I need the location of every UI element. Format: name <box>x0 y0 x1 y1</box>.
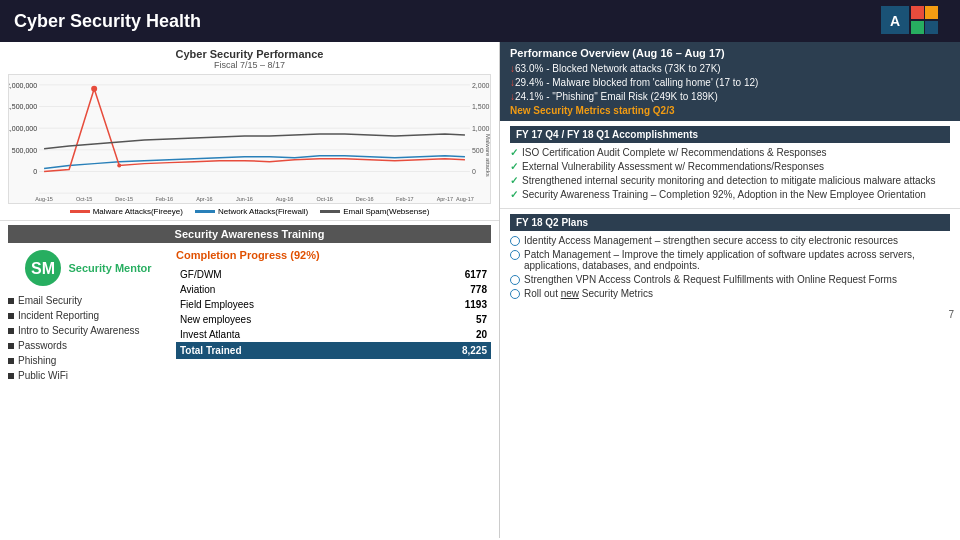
svg-text:Malware attacks: Malware attacks <box>485 134 490 177</box>
completion-section: Completion Progress (92%) GF/DWM 6177 Av… <box>176 249 491 383</box>
perf-item-3: ↓24.1% - "Phishing" Email Risk (249K to … <box>510 91 950 102</box>
q2-plans-section: FY 18 Q2 Plans Identity Access Managemen… <box>500 209 960 307</box>
svg-text:1,500,000: 1,500,000 <box>9 104 37 111</box>
perf-overview-title: Performance Overview (Aug 16 – Aug 17) <box>510 47 950 59</box>
table-row: Invest Atlanta 20 <box>176 327 491 342</box>
q2-plan-item-3: Strengthen VPN Access Controls & Request… <box>510 274 950 285</box>
chart-subtitle: Fiscal 7/15 – 8/17 <box>8 60 491 70</box>
svg-text:Oct-16: Oct-16 <box>316 196 333 202</box>
chart-area: 2,000,000 1,500,000 1,000,000 500,000 0 … <box>8 74 491 204</box>
svg-point-23 <box>117 164 121 168</box>
completion-table: GF/DWM 6177 Aviation 778 Field Employees… <box>176 267 491 359</box>
svg-text:Jun-16: Jun-16 <box>236 196 253 202</box>
legend-email: Email Spam(Websense) <box>320 207 429 216</box>
table-row: Field Employees 1193 <box>176 297 491 312</box>
q2-plan-item-4: Roll out new Security Metrics <box>510 288 950 299</box>
svg-text:Aug-15: Aug-15 <box>35 196 53 202</box>
svg-text:0: 0 <box>472 168 476 175</box>
svg-text:Oct-15: Oct-15 <box>76 196 93 202</box>
svg-rect-4 <box>925 21 938 34</box>
chart-section: Cyber Security Performance Fiscal 7/15 –… <box>0 42 499 221</box>
course-item: Public WiFi <box>8 368 168 383</box>
accomplishments-section: FY 17 Q4 / FY 18 Q1 Accomplishments ✓ IS… <box>500 121 960 209</box>
page-number: 7 <box>500 307 960 322</box>
new-metrics-label: New Security Metrics starting Q2/3 <box>510 105 950 116</box>
course-item: Intro to Security Awareness <box>8 323 168 338</box>
q2-plan-item-1: Identity Access Management – strengthen … <box>510 235 950 246</box>
svg-text:500: 500 <box>472 147 484 154</box>
svg-text:Feb-16: Feb-16 <box>156 196 173 202</box>
security-mentor-logo: SM Security Mentor <box>8 249 168 287</box>
chart-legend: Malware Attacks(Fireeye) Network Attacks… <box>8 207 491 216</box>
accomplishment-item-4: ✓ Security Awareness Training – Completi… <box>510 189 950 200</box>
table-row: GF/DWM 6177 <box>176 267 491 282</box>
svg-text:SM: SM <box>31 260 55 277</box>
table-row: Aviation 778 <box>176 282 491 297</box>
accomplishment-item-2: ✓ External Vulnerability Assessment w/ R… <box>510 161 950 172</box>
accomplishment-item-1: ✓ ISO Certification Audit Complete w/ Re… <box>510 147 950 158</box>
svg-rect-1 <box>911 6 924 19</box>
chart-title: Cyber Security Performance <box>8 48 491 60</box>
svg-text:Dec-15: Dec-15 <box>115 196 133 202</box>
svg-rect-3 <box>911 21 924 34</box>
performance-overview: Performance Overview (Aug 16 – Aug 17) ↓… <box>500 42 960 121</box>
svg-text:Apr-16: Apr-16 <box>196 196 213 202</box>
svg-rect-2 <box>925 6 938 19</box>
main-content: Cyber Security Performance Fiscal 7/15 –… <box>0 42 960 538</box>
aim-logo: A <box>881 6 946 36</box>
accomplishments-title: FY 17 Q4 / FY 18 Q1 Accomplishments <box>510 126 950 143</box>
svg-text:0: 0 <box>33 168 37 175</box>
training-section: Security Awareness Training SM Security … <box>0 221 499 538</box>
svg-text:500,000: 500,000 <box>12 147 37 154</box>
svg-text:Apr-17: Apr-17 <box>437 196 454 202</box>
table-row: New employees 57 <box>176 312 491 327</box>
course-item: Email Security <box>8 293 168 308</box>
training-header: Security Awareness Training <box>8 225 491 243</box>
total-trained-row: Total Trained 8,225 <box>176 342 491 359</box>
course-item: Phishing <box>8 353 168 368</box>
perf-item-2: ↓29.4% - Malware blocked from 'calling h… <box>510 77 950 88</box>
svg-text:2,000: 2,000 <box>472 82 490 89</box>
svg-text:Aug-17: Aug-17 <box>456 196 474 202</box>
svg-point-22 <box>91 86 97 92</box>
svg-text:Aug-16: Aug-16 <box>276 196 294 202</box>
svg-text:1,500: 1,500 <box>472 104 490 111</box>
left-panel: Cyber Security Performance Fiscal 7/15 –… <box>0 42 500 538</box>
accomplishment-item-3: ✓ Strengthened internal security monitor… <box>510 175 950 186</box>
sm-logo-text: Security Mentor <box>68 262 151 274</box>
svg-text:1,000: 1,000 <box>472 125 490 132</box>
courses-list: Email Security Incident Reporting Intro … <box>8 293 168 383</box>
svg-text:A: A <box>890 13 900 29</box>
completion-title: Completion Progress (92%) <box>176 249 491 261</box>
q2-plans-title: FY 18 Q2 Plans <box>510 214 950 231</box>
training-inner: SM Security Mentor Email Security Incide… <box>8 249 491 383</box>
page-title: Cyber Security Health <box>14 11 201 32</box>
q2-plan-item-2: Patch Management – Improve the timely ap… <box>510 249 950 271</box>
right-panel: Performance Overview (Aug 16 – Aug 17) ↓… <box>500 42 960 538</box>
legend-malware: Malware Attacks(Fireeye) <box>70 207 183 216</box>
svg-text:1,000,000: 1,000,000 <box>9 125 37 132</box>
course-item: Incident Reporting <box>8 308 168 323</box>
legend-network: Network Attacks(Firewall) <box>195 207 308 216</box>
svg-text:Feb-17: Feb-17 <box>396 196 413 202</box>
perf-item-1: ↓63.0% - Blocked Network attacks (73K to… <box>510 63 950 74</box>
training-left: SM Security Mentor Email Security Incide… <box>8 249 168 383</box>
svg-text:Dec-16: Dec-16 <box>356 196 374 202</box>
page-header: Cyber Security Health A <box>0 0 960 42</box>
svg-text:2,000,000: 2,000,000 <box>9 82 37 89</box>
course-item: Passwords <box>8 338 168 353</box>
